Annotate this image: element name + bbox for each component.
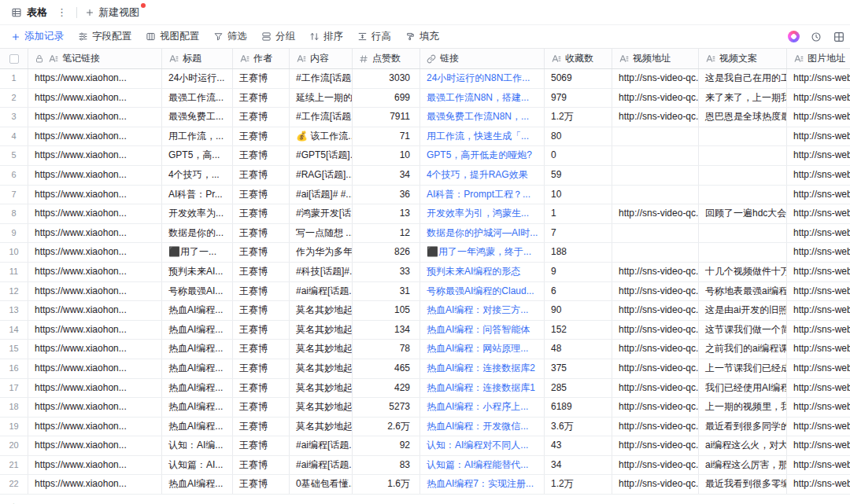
cell-title[interactable]: 热血AI编程... bbox=[162, 340, 233, 359]
row-number[interactable]: 15 bbox=[0, 340, 28, 359]
cell-title[interactable]: 热血AI编程... bbox=[162, 301, 233, 320]
cell-image_url[interactable]: http://sns-webpic-qc.x... bbox=[787, 127, 850, 146]
column-header-video_url[interactable]: 视频地址 bbox=[612, 49, 699, 68]
filter-button[interactable]: 筛选 bbox=[213, 30, 247, 43]
column-header-note_url[interactable]: 笔记链接 bbox=[28, 49, 162, 68]
column-header-content[interactable]: 内容 bbox=[290, 49, 353, 68]
cell-note_url[interactable]: https://www.xiaohon... bbox=[28, 224, 162, 243]
cell-video_url[interactable]: http://sns-video-qc.xhs... bbox=[612, 436, 699, 455]
cell-note_url[interactable]: https://www.xiaohon... bbox=[28, 263, 162, 281]
cell-author[interactable]: 王赛博 bbox=[233, 69, 290, 88]
cell-video_url[interactable] bbox=[612, 166, 699, 185]
cell-note_url[interactable]: https://www.xiaohon... bbox=[28, 359, 162, 378]
cell-favorites[interactable]: 59 bbox=[545, 166, 612, 185]
cell-content[interactable]: #工作流[话题... bbox=[290, 69, 353, 88]
cell-favorites[interactable]: 48 bbox=[545, 340, 612, 359]
cell-video_url[interactable]: http://sns-video-qc.xhs... bbox=[612, 263, 699, 281]
column-header-title[interactable]: 标题 bbox=[162, 49, 233, 68]
cell-likes[interactable]: 78 bbox=[353, 340, 420, 359]
cell-note_url[interactable]: https://www.xiaohon... bbox=[28, 282, 162, 301]
cell-video_copy[interactable]: 最近看到很多同学的留... bbox=[699, 418, 787, 436]
cell-link[interactable]: 认知：AI编程对不同人... bbox=[420, 436, 545, 455]
cell-link[interactable]: 热血AI编程：连接数据库2 bbox=[420, 359, 545, 378]
cell-likes[interactable]: 105 bbox=[353, 301, 420, 320]
cell-favorites[interactable]: 1.2万 bbox=[545, 108, 612, 127]
cell-link[interactable]: 开发效率为引，鸿蒙生... bbox=[420, 204, 545, 223]
cell-likes[interactable]: 31 bbox=[353, 282, 420, 301]
cell-favorites[interactable]: 285 bbox=[545, 379, 612, 398]
cell-author[interactable]: 王赛博 bbox=[233, 301, 290, 320]
cell-image_url[interactable]: http://sns-webpic-qc.x... bbox=[787, 301, 850, 320]
cell-image_url[interactable]: http://sns-webpic-qc.x... bbox=[787, 108, 850, 127]
cell-link[interactable]: GPT5，高开低走的哑炮? bbox=[420, 146, 545, 165]
cell-likes[interactable]: 2.6万 bbox=[353, 418, 420, 436]
cell-content[interactable]: #科技[话题]#... bbox=[290, 263, 353, 281]
cell-video_url[interactable]: http://sns-video-qc.xhs... bbox=[612, 456, 699, 475]
fill-button[interactable]: 填充 bbox=[405, 30, 439, 43]
cell-author[interactable]: 王赛博 bbox=[233, 89, 290, 108]
cell-note_url[interactable]: https://www.xiaohon... bbox=[28, 186, 162, 204]
cell-image_url[interactable]: http://sns-webpic-qc.x... bbox=[787, 263, 850, 281]
cell-image_url[interactable]: http://sns-webpic-qc.x... bbox=[787, 69, 850, 88]
cell-image_url[interactable]: http://sns-webpic-qc.x... bbox=[787, 282, 850, 301]
cell-video_copy[interactable]: 这是我自己在用的工作... bbox=[699, 69, 787, 88]
cell-content[interactable]: #ai[话题]# #... bbox=[290, 186, 353, 204]
cell-video_copy[interactable]: ai编程这么火，对大家会... bbox=[699, 436, 787, 455]
cell-favorites[interactable]: 1.2万 bbox=[545, 475, 612, 494]
row-number[interactable]: 5 bbox=[0, 146, 28, 165]
cell-video_url[interactable]: http://sns-video-qc.xhs... bbox=[612, 108, 699, 127]
cell-video_copy[interactable] bbox=[699, 146, 787, 165]
cell-author[interactable]: 王赛博 bbox=[233, 398, 290, 417]
cell-favorites[interactable]: 152 bbox=[545, 321, 612, 340]
cell-video_copy[interactable] bbox=[699, 224, 787, 243]
add-record-row[interactable]: + bbox=[0, 495, 850, 504]
row-number[interactable]: 4 bbox=[0, 127, 28, 146]
cell-image_url[interactable]: http://sns-webpic-qc.x... bbox=[787, 166, 850, 185]
row-height-button[interactable]: 行高 bbox=[357, 30, 391, 43]
cell-link[interactable]: 4个技巧，提升RAG效果 bbox=[420, 166, 545, 185]
cell-content[interactable]: #ai编程[话题... bbox=[290, 456, 353, 475]
cell-link[interactable]: 预判未来AI编程的形态 bbox=[420, 263, 545, 281]
cell-image_url[interactable]: http://sns-webpic-qc.x... bbox=[787, 224, 850, 243]
cell-content[interactable]: 莫名其妙地起... bbox=[290, 418, 353, 436]
column-header-favorites[interactable]: 收藏数 bbox=[545, 49, 612, 68]
cell-video_copy[interactable]: 这是由ai开发的旧照片修... bbox=[699, 301, 787, 320]
cell-video_copy[interactable] bbox=[699, 186, 787, 204]
cell-note_url[interactable]: https://www.xiaohon... bbox=[28, 166, 162, 185]
cell-image_url[interactable]: http://sns-webpic-qc.x... bbox=[787, 321, 850, 340]
cell-content[interactable]: 莫名其妙地起... bbox=[290, 359, 353, 378]
row-number[interactable]: 1 bbox=[0, 69, 28, 88]
cell-favorites[interactable]: 0 bbox=[545, 146, 612, 165]
cell-link[interactable]: 24小时运行的N8N工作... bbox=[420, 69, 545, 88]
row-number[interactable]: 12 bbox=[0, 282, 28, 301]
cell-title[interactable]: 预判未来AI... bbox=[162, 263, 233, 281]
cell-favorites[interactable]: 375 bbox=[545, 359, 612, 378]
cell-note_url[interactable]: https://www.xiaohon... bbox=[28, 456, 162, 475]
cell-link[interactable]: 认知篇：AI编程能替代... bbox=[420, 456, 545, 475]
row-number[interactable]: 19 bbox=[0, 418, 28, 436]
cell-image_url[interactable]: http://sns-webpic-qc.x... bbox=[787, 398, 850, 417]
cell-video_copy[interactable]: 回顾了一遍hdc大会的完... bbox=[699, 204, 787, 223]
cell-image_url[interactable]: http://sns-webpic-qc.x... bbox=[787, 379, 850, 398]
cell-image_url[interactable]: http://sns-webpic-qc.x... bbox=[787, 359, 850, 378]
cell-image_url[interactable]: http://sns-webpic-qc.x... bbox=[787, 243, 850, 262]
cell-video_url[interactable]: http://sns-video-qc.xhs... bbox=[612, 398, 699, 417]
cell-video_copy[interactable]: 来了来了，上一期我们... bbox=[699, 89, 787, 108]
cell-title[interactable]: 热血AI编程... bbox=[162, 359, 233, 378]
cell-note_url[interactable]: https://www.xiaohon... bbox=[28, 89, 162, 108]
cell-image_url[interactable]: http://sns-webpic-qc.x... bbox=[787, 436, 850, 455]
cell-note_url[interactable]: https://www.xiaohon... bbox=[28, 127, 162, 146]
cell-image_url[interactable]: http://sns-webpic-qc.x... bbox=[787, 418, 850, 436]
cell-likes[interactable]: 92 bbox=[353, 436, 420, 455]
cell-link[interactable]: 热血AI编程7：实现注册... bbox=[420, 475, 545, 494]
cell-video_copy[interactable]: 恩巴恩是全球热度最高... bbox=[699, 108, 787, 127]
cell-favorites[interactable]: 5069 bbox=[545, 69, 612, 88]
cell-author[interactable]: 王赛博 bbox=[233, 379, 290, 398]
cell-title[interactable]: 最强免费工... bbox=[162, 108, 233, 127]
cell-likes[interactable]: 33 bbox=[353, 263, 420, 281]
cell-video_copy[interactable]: 最近我看到很多零编程... bbox=[699, 475, 787, 494]
cell-image_url[interactable]: http://sns-webpic-qc.x... bbox=[787, 456, 850, 475]
cell-content[interactable]: 莫名其妙地起... bbox=[290, 321, 353, 340]
column-header-image_url[interactable]: 图片地址 bbox=[787, 49, 850, 68]
cell-author[interactable]: 王赛博 bbox=[233, 282, 290, 301]
